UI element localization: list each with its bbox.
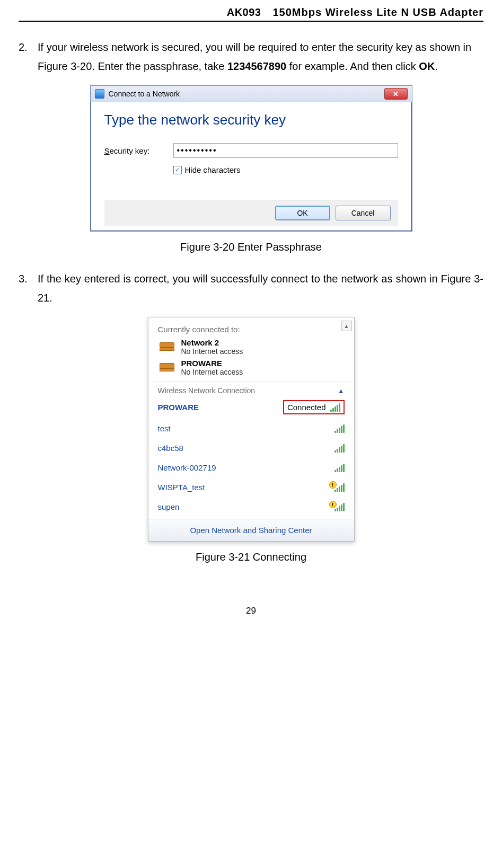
signal-warning-icon	[334, 503, 345, 511]
checkmark-icon: ✓	[173, 166, 182, 174]
connection-status: No Internet access	[181, 368, 243, 376]
open-network-sharing-link[interactable]: Open Network and Sharing Center	[148, 519, 354, 541]
wireless-section-header[interactable]: Wireless Network Connection ▲	[151, 383, 352, 396]
security-key-label: Security key:	[104, 146, 163, 155]
network-item[interactable]: Network-002719	[151, 458, 352, 477]
figure-3-20-wrap: Connect to a Network ✕ Type the network …	[19, 85, 483, 232]
signal-icon	[334, 464, 345, 472]
page-number: 29	[19, 606, 483, 627]
signal-icon	[330, 403, 340, 412]
connection-name: Network 2	[181, 338, 243, 347]
ol-item-2: 2. If your wireless network is secured, …	[19, 38, 483, 76]
network-item-proware[interactable]: PROWARE Connected	[151, 396, 352, 419]
chevron-up-icon: ▲	[338, 387, 345, 395]
connection-status: No Internet access	[181, 347, 243, 356]
ol-body: If the key entered is correct, you will …	[38, 269, 483, 307]
wireless-section-label: Wireless Network Connection	[158, 386, 256, 395]
network-name: PROWARE	[158, 403, 199, 412]
currently-connected-label: Currently connected to:	[151, 320, 352, 336]
ol-item-3: 3. If the key entered is correct, you wi…	[19, 269, 483, 307]
figure-3-21-wrap: ▲ Currently connected to: Network 2 No I…	[19, 317, 483, 542]
figure-3-21-caption: Figure 3-21 Connecting	[19, 551, 483, 563]
network-item[interactable]: WISPTA_test	[151, 477, 352, 497]
divider	[154, 382, 349, 382]
network-item[interactable]: c4bc58	[151, 438, 352, 458]
close-button[interactable]: ✕	[384, 88, 408, 100]
connected-text: Connected	[287, 403, 326, 412]
connection-item[interactable]: PROWARE No Internet access	[151, 357, 352, 377]
network-name: test	[158, 424, 171, 433]
bench-icon	[158, 361, 176, 375]
network-name: WISPTA_test	[158, 483, 205, 492]
ok-button[interactable]: OK	[275, 206, 330, 220]
scroll-up-button[interactable]: ▲	[341, 321, 352, 331]
chevron-up-icon: ▲	[344, 323, 349, 329]
connection-name: PROWARE	[181, 359, 243, 368]
product-code: AK093	[227, 6, 261, 19]
bench-icon	[158, 340, 176, 354]
dialog-heading: Type the network security key	[104, 112, 398, 128]
passphrase-example: 1234567890	[227, 60, 286, 72]
close-icon: ✕	[393, 90, 399, 98]
ol-num: 3.	[19, 269, 28, 307]
network-name: Network-002719	[158, 463, 216, 472]
network-name: supen	[158, 502, 180, 511]
network-flyout: ▲ Currently connected to: Network 2 No I…	[148, 317, 355, 542]
dialog-titlebar: Connect to a Network ✕	[91, 86, 412, 102]
hide-characters-checkbox[interactable]: ✓ Hide characters	[173, 165, 398, 174]
network-icon	[95, 89, 104, 99]
figure-3-20-caption: Figure 3-20 Enter Passphrase	[19, 241, 483, 253]
dialog-footer: OK Cancel	[104, 200, 398, 226]
connection-item[interactable]: Network 2 No Internet access	[151, 336, 352, 357]
connected-highlight: Connected	[283, 400, 345, 414]
page-header: AK093 150Mbps Wireless Lite N USB Adapte…	[19, 0, 483, 22]
network-item[interactable]: test	[151, 419, 352, 438]
dialog-title: Connect to a Network	[109, 90, 180, 98]
signal-icon	[334, 424, 345, 433]
network-item[interactable]: supen	[151, 497, 352, 517]
product-title: 150Mbps Wireless Lite N USB Adapter	[272, 6, 483, 19]
ol-num: 2.	[19, 38, 28, 76]
connect-dialog: Connect to a Network ✕ Type the network …	[90, 85, 412, 232]
signal-warning-icon	[334, 483, 345, 492]
security-key-input[interactable]: ••••••••••	[173, 143, 398, 158]
ol-body: If your wireless network is secured, you…	[38, 38, 483, 76]
network-name: c4bc58	[158, 444, 183, 453]
signal-icon	[334, 444, 345, 453]
text: for example. And then click	[286, 60, 419, 72]
text: .	[435, 60, 438, 72]
ok-reference: OK	[419, 60, 435, 72]
cancel-button[interactable]: Cancel	[336, 206, 391, 220]
